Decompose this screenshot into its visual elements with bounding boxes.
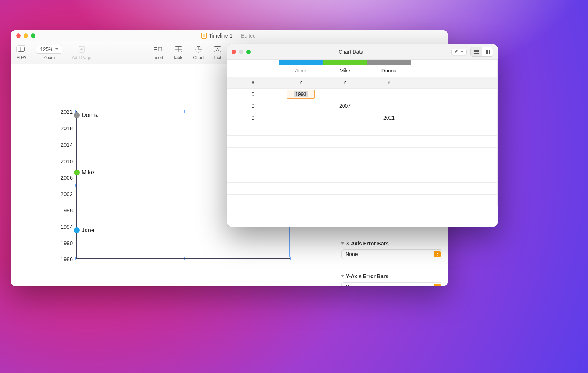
- series-color-donna[interactable]: [367, 60, 411, 65]
- chart-data-options-button[interactable]: [451, 49, 467, 55]
- disclosure-icon: [341, 275, 344, 277]
- svg-rect-6: [154, 47, 157, 48]
- window-title: Chart Data: [251, 49, 451, 55]
- data-point-donna[interactable]: [74, 112, 80, 118]
- series-header[interactable]: Donna: [367, 65, 411, 77]
- chart-data-titlebar: Chart Data: [227, 44, 498, 60]
- cell-y[interactable]: [323, 88, 367, 100]
- add-page-label: Add Page: [72, 55, 92, 60]
- cell-y[interactable]: 2007: [323, 100, 367, 112]
- close-window-button[interactable]: [16, 33, 21, 38]
- close-window-button[interactable]: [232, 50, 236, 54]
- zoom-dropdown[interactable]: 125%: [36, 45, 62, 54]
- select-value: None: [345, 251, 358, 257]
- svg-rect-8: [158, 47, 162, 51]
- rows-as-series-button[interactable]: [471, 47, 482, 56]
- y-tick: 2006: [58, 174, 73, 181]
- y-error-bars-select[interactable]: None: [341, 282, 442, 286]
- x-axis: [76, 258, 290, 259]
- series-header[interactable]: Mike: [323, 65, 367, 77]
- axis-header-y: Y: [279, 77, 323, 88]
- cell-y[interactable]: 2021: [367, 112, 411, 124]
- y-tick: 2010: [58, 158, 73, 164]
- cell-x[interactable]: 0: [227, 100, 279, 112]
- data-label: Donna: [82, 112, 99, 118]
- chevron-down-icon: [460, 51, 463, 53]
- table-icon[interactable]: [175, 45, 182, 54]
- text-label: Text: [214, 55, 222, 60]
- cell-y-selected[interactable]: 1993: [279, 88, 323, 100]
- titlebar: Timeline 1 — Edited: [11, 30, 448, 41]
- svg-rect-0: [18, 47, 25, 51]
- view-button[interactable]: [16, 45, 26, 53]
- cell-x[interactable]: 0: [227, 112, 279, 124]
- axis-header-y: Y: [323, 77, 367, 88]
- y-tick: 2022: [58, 109, 73, 115]
- y-tick: 1990: [58, 240, 73, 246]
- select-value: None: [345, 284, 358, 286]
- svg-point-18: [456, 51, 457, 52]
- view-label: View: [17, 55, 26, 60]
- text-icon[interactable]: A: [214, 45, 221, 54]
- columns-as-series-button[interactable]: [482, 47, 493, 56]
- window-controls: [232, 50, 251, 54]
- data-orientation-toggle[interactable]: [470, 47, 493, 57]
- zoom-window-button[interactable]: [246, 50, 251, 54]
- y-tick: 2018: [58, 125, 73, 131]
- series-header[interactable]: Jane: [279, 65, 323, 77]
- series-color-mike[interactable]: [323, 60, 367, 65]
- y-tick: 1986: [58, 256, 73, 262]
- document-icon: [201, 33, 207, 39]
- section-title: Y-Axis Error Bars: [346, 273, 388, 279]
- y-tick: 2014: [58, 142, 73, 148]
- cell-y[interactable]: [279, 112, 323, 124]
- svg-rect-7: [154, 51, 157, 51]
- axis-header-x: X: [227, 77, 279, 88]
- data-point-mike[interactable]: [74, 170, 80, 175]
- axis-header-y: Y: [367, 77, 411, 88]
- cell-x[interactable]: 0: [227, 88, 279, 100]
- data-label: Jane: [82, 227, 94, 234]
- insert-icon[interactable]: [154, 45, 162, 54]
- minimize-window-button[interactable]: [239, 50, 243, 54]
- data-label: Mike: [82, 169, 94, 176]
- table-label: Table: [173, 55, 184, 60]
- disclosure-icon: [341, 242, 344, 245]
- add-page-icon[interactable]: [78, 45, 85, 54]
- chart-label: Chart: [193, 55, 204, 60]
- svg-text:A: A: [216, 47, 219, 51]
- y-axis: [76, 111, 77, 259]
- cell-y[interactable]: [279, 100, 323, 112]
- edited-indicator: — Edited: [234, 33, 256, 39]
- stepper-icon: [434, 284, 441, 286]
- series-color-jane[interactable]: [279, 60, 323, 65]
- zoom-label: Zoom: [44, 55, 55, 60]
- y-tick: 1998: [58, 207, 73, 213]
- chart-data-grid[interactable]: Jane Mike Donna X Y Y Y 0 1993: [227, 60, 498, 227]
- cell-value: 1993: [294, 91, 308, 97]
- section-title: X-Axis Error Bars: [346, 241, 389, 246]
- x-error-bars-section[interactable]: X-Axis Error Bars: [336, 234, 448, 249]
- insert-label: Insert: [153, 55, 164, 60]
- zoom-value: 125%: [40, 46, 53, 52]
- cell-y[interactable]: [367, 88, 411, 100]
- y-tick: 1994: [58, 224, 73, 230]
- chart-data-window: Chart Data: [227, 44, 498, 227]
- svg-rect-5: [154, 49, 157, 50]
- cell-y[interactable]: [323, 112, 367, 124]
- stepper-icon: [434, 251, 441, 257]
- x-error-bars-select[interactable]: None: [341, 249, 442, 259]
- data-point-jane[interactable]: [74, 227, 80, 233]
- gear-icon: [455, 50, 459, 54]
- y-error-bars-section[interactable]: Y-Axis Error Bars: [336, 267, 448, 282]
- cell-y[interactable]: [367, 100, 411, 112]
- chevron-down-icon: [55, 48, 58, 50]
- y-tick: 2002: [58, 191, 73, 197]
- document-title: Timeline 1: [209, 33, 232, 39]
- chart-icon[interactable]: [195, 45, 202, 54]
